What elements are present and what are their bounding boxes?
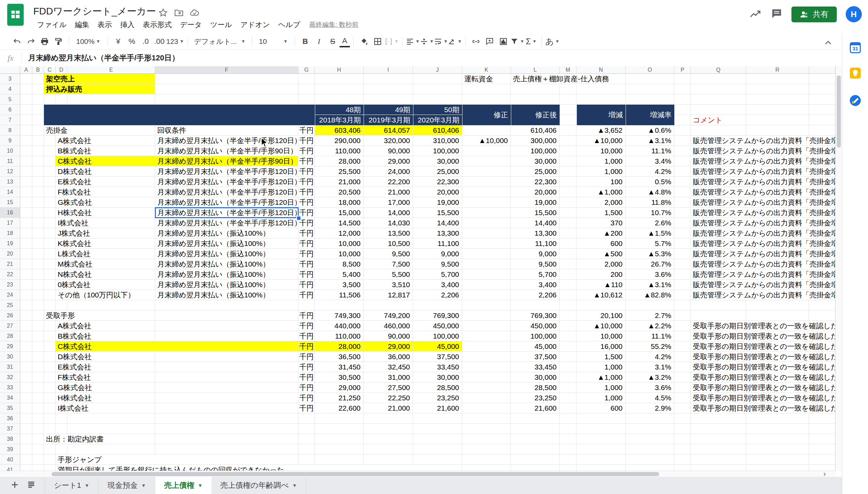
col-header-M[interactable]: M	[560, 66, 576, 74]
row-header-24[interactable]: 24	[0, 290, 20, 300]
cell-F24[interactable]: 月末締め翌月末払い（振込100%）	[155, 290, 298, 300]
cell-O22[interactable]: 3.6%	[626, 269, 674, 280]
cell-G29[interactable]: 千円	[298, 341, 315, 352]
cell-D17[interactable]: I株式会社	[56, 218, 155, 228]
cell-Q10[interactable]: 販売管理システムからの出力資料「売掛金増減明細	[691, 146, 835, 156]
tab-menu-caret-icon[interactable]: ▼	[141, 483, 146, 488]
vertical-scrollbar[interactable]	[835, 66, 842, 471]
cell-J26[interactable]: 769,300	[413, 310, 462, 321]
fill-color-button[interactable]	[357, 35, 371, 48]
cell-L22[interactable]: 5,700	[511, 269, 560, 280]
insert-comment-button[interactable]	[483, 35, 496, 48]
row-header-22[interactable]: 22	[0, 269, 20, 280]
cell-H19[interactable]: 10,000	[315, 238, 364, 249]
cell-N29[interactable]: 16,000	[576, 341, 626, 352]
col-header-L[interactable]: L	[511, 66, 560, 74]
cell-F14[interactable]: 月末締め翌月末払い（半金半手/手形120日）	[155, 187, 298, 197]
cell-O29[interactable]: 55.2%	[626, 341, 674, 352]
cell-O28[interactable]: 11.1%	[626, 331, 674, 341]
cell-G30[interactable]: 千円	[298, 352, 315, 362]
cell-O17[interactable]: 2.6%	[626, 218, 674, 228]
cell-H22[interactable]: 5,400	[315, 269, 364, 280]
row-header-15[interactable]: 15	[0, 197, 20, 208]
cell-H29[interactable]: 28,000	[315, 341, 364, 352]
cell-O26[interactable]: 2.7%	[626, 310, 674, 321]
cell-O10[interactable]: 11.1%	[626, 146, 674, 156]
cell-G28[interactable]: 千円	[298, 331, 315, 341]
menu-0[interactable]: ファイル	[33, 20, 71, 30]
cell-N26[interactable]: 20,100	[576, 310, 626, 321]
cell-O13[interactable]: 0.5%	[626, 177, 674, 187]
cell-H33[interactable]: 29,000	[315, 383, 364, 393]
cell-G15[interactable]: 千円	[298, 197, 315, 208]
band-label-L[interactable]: 修正後	[511, 105, 560, 125]
menu-6[interactable]: ツール	[206, 20, 236, 30]
cell-D27[interactable]: A株式会社	[56, 321, 155, 331]
cell-D18[interactable]: J株式会社	[56, 228, 155, 238]
cell-G26[interactable]: 千円	[298, 310, 315, 321]
cell-L32[interactable]: 30,000	[511, 372, 560, 383]
cell-J14[interactable]: 20,000	[413, 187, 462, 197]
formula-bar[interactable]: fx 月末締め翌月末払い（半金半手/手形120日）	[0, 50, 868, 67]
text-rotation-button[interactable]: ▼	[448, 35, 462, 48]
cell-C4[interactable]: 押込み販売	[44, 84, 155, 94]
comment-history-icon[interactable]	[771, 8, 783, 21]
cell-L27[interactable]: 450,000	[511, 321, 560, 331]
cell-F21[interactable]: 月末締め翌月末払い（振込100%）	[155, 259, 298, 269]
cell-Q23[interactable]: 販売管理システムからの出力資料「売掛金増減明細	[691, 280, 835, 290]
select-all-corner[interactable]	[0, 66, 20, 74]
cell-N13[interactable]: 100	[576, 177, 626, 187]
cell-D12[interactable]: D株式会社	[56, 166, 155, 177]
cell-J11[interactable]: 30,000	[413, 156, 462, 166]
bold-button[interactable]: B	[298, 35, 312, 48]
cell-Q33[interactable]: 受取手形の期日別管理表との一致を確認した。	[691, 383, 835, 393]
vertical-scrollbar-thumb[interactable]	[837, 75, 841, 148]
cell-H16[interactable]: 15,000	[315, 208, 364, 218]
italic-button[interactable]: I	[312, 35, 326, 48]
cell-D9[interactable]: A株式会社	[56, 136, 155, 146]
cell-L16[interactable]: 15,500	[511, 208, 560, 218]
row-header-39[interactable]: 39	[0, 444, 20, 455]
cell-I29[interactable]: 29,000	[364, 341, 413, 352]
cell-H12[interactable]: 25,500	[315, 166, 364, 177]
undo-button[interactable]	[10, 35, 24, 48]
cell-L21[interactable]: 9,500	[511, 259, 560, 269]
cell-L23[interactable]: 3,400	[511, 280, 560, 290]
row-header-32[interactable]: 32	[0, 372, 20, 383]
cell-F10[interactable]: 月末締め翌月末払い（半金半手/手形90日）	[155, 146, 298, 156]
cell-H32[interactable]: 30,500	[315, 372, 364, 383]
cell-L18[interactable]: 13,300	[511, 228, 560, 238]
cell-D13[interactable]: E株式会社	[56, 177, 155, 187]
decrease-decimals-button[interactable]: .0	[139, 35, 152, 48]
cell-H20[interactable]: 10,000	[315, 249, 364, 259]
horizontal-scrollbar[interactable]: ›	[0, 471, 835, 477]
col-header-O[interactable]: O	[626, 66, 674, 74]
cell-N21[interactable]: 2,000	[576, 259, 626, 269]
row-header-11[interactable]: 11	[0, 156, 20, 166]
cell-Q19[interactable]: 販売管理システムからの出力資料「売掛金増減明細	[691, 238, 835, 249]
cell-D30[interactable]: D株式会社	[56, 352, 155, 362]
col-header-S[interactable]	[809, 66, 835, 74]
cell-Q9[interactable]: 販売管理システムからの出力資料「売掛金増減明細	[691, 136, 835, 146]
collapse-toolbar-button[interactable]	[821, 36, 835, 50]
col-header-G[interactable]: G	[298, 66, 315, 74]
row-header-12[interactable]: 12	[0, 166, 20, 177]
sheet-tab-0[interactable]: シート1▼	[45, 477, 99, 494]
cell-I27[interactable]: 460,000	[364, 321, 413, 331]
cell-O24[interactable]: ▲82.8%	[626, 290, 674, 300]
cell-I10[interactable]: 90,000	[364, 146, 413, 156]
cell-J31[interactable]: 33,450	[413, 362, 462, 372]
cell-I16[interactable]: 14,000	[364, 208, 413, 218]
cell-H35[interactable]: 22,600	[315, 403, 364, 413]
row-header-36[interactable]: 36	[0, 413, 20, 424]
cell-I11[interactable]: 29,000	[364, 156, 413, 166]
row-header-4[interactable]: 4	[0, 84, 20, 94]
row-header-26[interactable]: 26	[0, 310, 20, 321]
last-edit-status[interactable]: 最終編集: 数秒前	[309, 20, 358, 29]
cell-I28[interactable]: 90,000	[364, 331, 413, 341]
cell-O19[interactable]: 5.7%	[626, 238, 674, 249]
row-header-10[interactable]: 10	[0, 146, 20, 156]
tab-menu-caret-icon[interactable]: ▼	[292, 483, 297, 488]
row-header-21[interactable]: 21	[0, 259, 20, 269]
cell-J35[interactable]: 21,600	[413, 403, 462, 413]
